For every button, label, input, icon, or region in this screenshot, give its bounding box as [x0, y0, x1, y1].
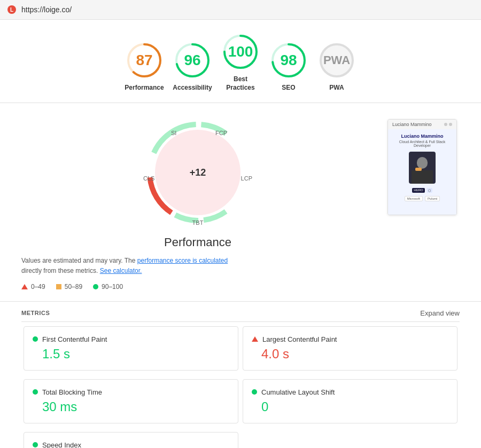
metric-value-tbt: 30 ms [42, 399, 229, 414]
metric-name-lcp: Largest Contentful Paint [252, 335, 448, 343]
score-value-best-practices: 100 [228, 43, 253, 60]
metric-value-lcp: 4.0 s [261, 347, 448, 361]
score-value-performance: 87 [136, 52, 152, 69]
metric-label-si: Speed Index [42, 441, 81, 448]
performance-description: Values are estimated and may vary. The p… [21, 256, 246, 276]
metric-label-fcp: First Contentful Paint [42, 335, 107, 343]
preview-person-subtitle: Cloud Architect & Full Stack Developer [392, 140, 452, 147]
legend-triangle-icon [21, 284, 28, 289]
metric-name-tbt: Total Blocking Time [33, 388, 229, 396]
preview-person-name: Luciano Mammino [392, 133, 452, 139]
metric-indicator-si [33, 442, 38, 447]
main-content: SI FCP LCP TBT CLS +12 Performance Value… [0, 103, 481, 301]
metrics-section: METRICS Expand view First Contentful Pai… [0, 302, 481, 448]
score-value-seo: 98 [280, 52, 297, 69]
gauge-title: Performance [21, 235, 374, 249]
gauge-label-tbt: TBT [192, 219, 204, 226]
gauge-center-label: +12 [190, 167, 206, 178]
metric-indicator-lcp [252, 336, 258, 342]
score-item-accessibility: 96 Accessibility [171, 41, 214, 92]
expand-view-button[interactable]: Expand view [420, 309, 460, 317]
scores-section: 87 Performance 96 Accessibility 100 Best… [0, 20, 481, 103]
score-item-performance: 87 Performance [123, 41, 166, 92]
score-value-accessibility: 96 [184, 52, 200, 69]
description-text1: Values are estimated and may vary. The [21, 257, 135, 264]
metric-card-cls: Cumulative Layout Shift 0 [243, 379, 457, 423]
gauge-label-fcp: FCP [215, 130, 227, 136]
legend-item-fail: 0–49 [21, 283, 45, 290]
preview-badge-hex: ⬡ [426, 188, 432, 193]
metric-label-lcp: Largest Contentful Paint [262, 335, 337, 343]
score-value-pwa: PWA [323, 53, 350, 67]
preview-badges: HERO ⬡ [392, 188, 452, 193]
legend: 0–49 50–89 90–100 [21, 283, 374, 290]
left-panel: SI FCP LCP TBT CLS +12 Performance Value… [21, 114, 374, 290]
metric-card-lcp: Largest Contentful Paint 4.0 s [243, 326, 457, 371]
metrics-grid: First Contentful Paint 1.5 s Largest Con… [21, 322, 460, 448]
right-panel: Luciano Mammino Luciano Mammino Cloud Ar… [385, 114, 460, 290]
gauge-label-lcp: LCP [241, 175, 252, 182]
preview-dots [444, 123, 452, 126]
metric-value-fcp: 1.5 s [42, 347, 229, 361]
preview-sponsors: Microsoft Pulumi [392, 196, 452, 201]
preview-body: Luciano Mammino Cloud Architect & Full S… [388, 129, 456, 215]
preview-avatar [409, 152, 436, 184]
metrics-title: METRICS [21, 310, 50, 316]
svg-text:L: L [10, 7, 13, 13]
metrics-header: METRICS Expand view [21, 302, 460, 322]
svg-rect-20 [415, 168, 422, 171]
preview-dot-2 [449, 123, 452, 126]
svg-rect-17 [417, 157, 428, 169]
avatar-silhouette [409, 154, 436, 184]
metric-name-fcp: First Contentful Paint [33, 335, 229, 343]
legend-dot-icon [93, 284, 98, 289]
svg-rect-19 [412, 170, 433, 184]
metric-name-si: Speed Index [33, 441, 229, 448]
browser-url: https://loige.co/ [21, 5, 72, 14]
metric-card-fcp: First Contentful Paint 1.5 s [24, 326, 238, 371]
score-label-pwa: PWA [329, 84, 344, 92]
legend-item-average: 50–89 [56, 283, 82, 290]
score-circle-best-practices: 100 [221, 33, 260, 71]
preview-header-title: Luciano Mammino [392, 122, 432, 127]
score-item-seo: 98 SEO [267, 41, 310, 92]
browser-bar: L https://loige.co/ [0, 0, 481, 20]
legend-square-icon [56, 284, 61, 289]
score-label-accessibility: Accessibility [173, 84, 212, 92]
score-circle-pwa: PWA [317, 41, 356, 80]
gauge-label-cls: CLS [143, 175, 154, 182]
metric-indicator-fcp [33, 336, 38, 342]
metric-card-tbt: Total Blocking Time 30 ms [24, 379, 238, 423]
metric-label-cls: Cumulative Layout Shift [261, 388, 335, 396]
description-link1[interactable]: performance score is calculated [137, 257, 228, 264]
metric-card-si: Speed Index 1.5 s [24, 432, 238, 448]
browser-logo-icon: L [6, 4, 17, 15]
metric-indicator-tbt [33, 389, 38, 395]
score-circle-seo: 98 [269, 41, 308, 80]
metric-value-cls: 0 [261, 399, 448, 414]
preview-dot-1 [444, 123, 447, 126]
preview-badge-hero: HERO [412, 188, 424, 193]
metric-label-tbt: Total Blocking Time [42, 388, 102, 396]
description-text2: directly from these metrics. [21, 267, 98, 274]
performance-gauge: SI FCP LCP TBT CLS +12 [139, 114, 257, 231]
score-item-best-practices: 100 BestPractices [219, 33, 262, 92]
legend-range-pass: 90–100 [102, 283, 123, 290]
score-item-pwa: PWA PWA [315, 41, 358, 92]
legend-range-average: 50–89 [65, 283, 82, 290]
preview-sponsor-pulumi: Pulumi [425, 196, 440, 201]
score-label-best-practices: BestPractices [226, 75, 254, 92]
score-label-performance: Performance [125, 84, 164, 92]
gauge-label-si: SI [171, 130, 176, 136]
metric-name-cls: Cumulative Layout Shift [252, 388, 448, 396]
legend-item-pass: 90–100 [93, 283, 123, 290]
description-link2[interactable]: See calculator. [100, 267, 142, 274]
preview-sponsor-microsoft: Microsoft [405, 196, 423, 201]
score-circle-performance: 87 [125, 41, 164, 80]
metric-indicator-cls [252, 389, 257, 395]
site-preview-card: Luciano Mammino Luciano Mammino Cloud Ar… [387, 119, 457, 215]
score-circle-accessibility: 96 [173, 41, 212, 80]
preview-header: Luciano Mammino [388, 120, 456, 129]
legend-range-fail: 0–49 [31, 283, 45, 290]
score-label-seo: SEO [282, 84, 295, 92]
